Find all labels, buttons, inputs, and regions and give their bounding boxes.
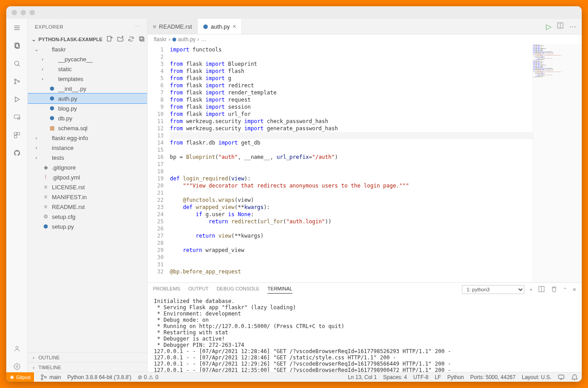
terminal-select[interactable]: 1: python3	[462, 285, 525, 294]
panel-tab[interactable]: PROBLEMS	[153, 286, 180, 293]
folder-item[interactable]: ›templates	[28, 74, 147, 84]
new-terminal-icon[interactable]: +	[530, 287, 533, 292]
editor-tabs: ≡README.rst⬢auth.py× ▷ ⋯	[148, 19, 582, 34]
editor-body[interactable]: 1234567891011121314151617181920212223242…	[148, 44, 582, 282]
remote-explorer-icon[interactable]	[12, 112, 22, 123]
encoding-status[interactable]: UTF-8	[413, 374, 428, 380]
project-header[interactable]: ⌄ PYTHON-FLASK-EXAMPLE	[28, 34, 147, 44]
svg-rect-33	[558, 375, 564, 379]
file-item[interactable]: ⬢auth.py	[28, 94, 147, 103]
svg-rect-18	[107, 36, 111, 41]
svg-point-32	[45, 376, 47, 378]
file-item[interactable]: ≡README.rst	[28, 202, 147, 212]
collapse-all-icon[interactable]	[138, 35, 145, 43]
folder-item[interactable]: ›__pycache__	[28, 54, 147, 64]
timeline-section[interactable]: › TIMELINE	[28, 362, 147, 372]
gitpod-status[interactable]: ◉ Gitpod	[6, 372, 34, 382]
folder-item[interactable]: ›static	[28, 64, 147, 74]
menu-icon[interactable]	[12, 22, 22, 33]
tab-actions: ▷ ⋯	[541, 19, 582, 34]
editor-tab[interactable]: ≡README.rst	[148, 19, 198, 34]
svg-point-8	[14, 82, 16, 84]
source-control-icon[interactable]	[12, 76, 22, 87]
explorer-sidebar: EXPLORER ⋯ ⌄ PYTHON-FLASK-EXAMPLE ⌄flask…	[28, 19, 148, 372]
notifications-icon[interactable]	[571, 374, 578, 381]
error-icon: ⊘	[138, 374, 142, 380]
svg-rect-14	[17, 132, 19, 135]
folder-item[interactable]: ›flaskr.egg-info	[28, 133, 147, 143]
new-file-icon[interactable]	[106, 35, 113, 43]
more-actions-icon[interactable]: ⋯	[569, 22, 576, 31]
python-interpreter[interactable]: Python 3.8.8 64-bit ('3.8.8')	[67, 374, 131, 380]
tree-item-label: __pycache__	[58, 56, 93, 63]
run-icon[interactable]: ▷	[546, 22, 551, 31]
problems-status[interactable]: ⊘0 ⚠0	[138, 374, 158, 380]
kill-terminal-icon[interactable]	[550, 286, 558, 294]
search-icon[interactable]	[12, 58, 22, 69]
eol-status[interactable]: LF	[435, 374, 441, 380]
panel-tab[interactable]: TERMINAL	[267, 286, 292, 294]
github-icon[interactable]	[12, 148, 22, 158]
ports-status[interactable]: Ports: 5000, 44267	[470, 374, 516, 380]
file-item[interactable]: ≡MANIFEST.in	[28, 192, 147, 202]
refresh-icon[interactable]	[127, 35, 135, 43]
layout-status[interactable]: Layout: U.S.	[522, 374, 551, 380]
new-folder-icon[interactable]	[117, 35, 124, 43]
file-item[interactable]: ⬢__init__.py	[28, 84, 147, 94]
svg-point-9	[18, 81, 19, 82]
tree-item-label: README.rst	[52, 204, 85, 210]
explorer-icon[interactable]	[12, 40, 22, 51]
panel-tab[interactable]: OUTPUT	[188, 286, 208, 293]
branch-status[interactable]: main	[40, 374, 61, 381]
breadcrumb-item[interactable]: flaskr	[154, 36, 167, 43]
split-editor-icon[interactable]	[557, 22, 564, 31]
gitpod-label: Gitpod	[16, 375, 30, 380]
extensions-icon[interactable]	[12, 130, 22, 141]
code-content[interactable]: import functoolsfrom flask import Bluepr…	[170, 44, 533, 282]
window-close-icon[interactable]	[12, 10, 17, 15]
breadcrumb-item[interactable]: …	[201, 36, 206, 43]
feedback-icon[interactable]	[558, 374, 565, 381]
folder-item[interactable]: ⌄flaskr	[28, 44, 147, 54]
svg-point-17	[16, 366, 18, 367]
file-item[interactable]: ◆.gitignore	[28, 162, 147, 172]
settings-icon[interactable]	[12, 361, 22, 372]
file-item[interactable]: ⚙setup.cfg	[28, 212, 147, 222]
sidebar-actions-icon[interactable]: ⋯	[135, 24, 140, 30]
file-item[interactable]: ⬢setup.py	[28, 222, 147, 231]
tree-item-label: setup.cfg	[52, 213, 76, 220]
file-item[interactable]: ⬢blog.py	[28, 103, 147, 113]
minimap[interactable]: import functoolsfrom flask import Bluepr…	[533, 44, 582, 282]
breadcrumbs[interactable]: flaskr›⬢ auth.py›…	[148, 34, 582, 44]
chevron-icon: ›	[33, 145, 39, 150]
debug-icon[interactable]	[12, 94, 22, 105]
close-panel-icon[interactable]: ✕	[572, 287, 576, 293]
chevron-icon: ›	[33, 155, 39, 160]
window-minimize-icon[interactable]	[21, 10, 26, 15]
gitpod-icon: ◉	[10, 374, 14, 380]
panel-tab[interactable]: DEBUG CONSOLE	[216, 286, 259, 293]
python-label: Python 3.8.8 64-bit ('3.8.8')	[67, 374, 131, 380]
chevron-right-icon: ›	[30, 365, 37, 370]
folder-item[interactable]: ›instance	[28, 143, 147, 153]
terminal-output[interactable]: Initialized the database. * Serving Flas…	[148, 296, 582, 372]
indentation-status[interactable]: Spaces: 4	[383, 374, 407, 380]
file-item[interactable]: ≡LICENSE.rst	[28, 182, 147, 192]
panel-tabs: PROBLEMSOUTPUTDEBUG CONSOLETERMINAL 1: p…	[148, 283, 582, 296]
file-item[interactable]: ▦schema.sql	[28, 123, 147, 133]
breadcrumb-item[interactable]: ⬢ auth.py	[172, 36, 196, 43]
account-icon[interactable]	[12, 343, 22, 354]
outline-section[interactable]: › OUTLINE	[28, 352, 147, 362]
language-status[interactable]: Python	[447, 374, 464, 380]
editor-tab[interactable]: ⬢auth.py×	[198, 19, 242, 34]
sidebar-header: EXPLORER ⋯	[28, 19, 147, 34]
tab-label: README.rst	[159, 23, 192, 30]
maximize-panel-icon[interactable]: ⌃	[563, 287, 567, 293]
folder-item[interactable]: ›tests	[28, 153, 147, 162]
file-item[interactable]: !.gitpod.yml	[28, 172, 147, 182]
window-maximize-icon[interactable]	[30, 10, 35, 15]
file-item[interactable]: ⬢db.py	[28, 113, 147, 123]
split-terminal-icon[interactable]	[538, 286, 545, 294]
close-tab-icon[interactable]: ×	[233, 23, 236, 30]
cursor-position[interactable]: Ln 13, Col 1	[348, 374, 377, 380]
